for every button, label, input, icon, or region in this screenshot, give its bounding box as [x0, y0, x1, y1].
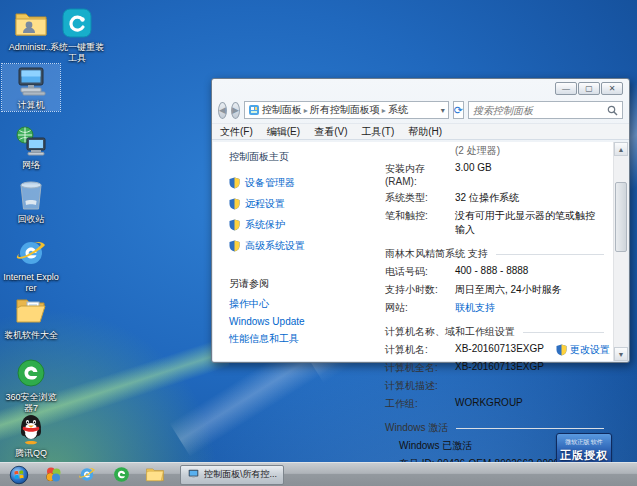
row-value: 32 位操作系统	[455, 191, 519, 205]
desktop-icon-software-folder[interactable]: 装机软件大全	[2, 294, 60, 341]
breadcrumb[interactable]: 控制面板 ▸ 所有控制面板项 ▸ 系统 ▾	[244, 101, 449, 119]
task-button-label: 控制面板\所有控...	[204, 468, 277, 481]
close-button[interactable]: ✕	[601, 82, 623, 95]
sidebar-item-remote-settings[interactable]: 远程设置	[229, 197, 359, 211]
taskbar-active-window-button[interactable]: 控制面板\所有控...	[180, 465, 284, 485]
activation-status: Windows 已激活	[399, 439, 472, 453]
vertical-scrollbar[interactable]: ▲ ▼	[613, 142, 628, 361]
taskbar-internet-explorer-button[interactable]	[72, 464, 102, 486]
sidebar-item-system-protection[interactable]: 系统保护	[229, 218, 359, 232]
row-label: 安装内存(RAM):	[385, 162, 455, 187]
uac-shield-icon	[229, 219, 240, 231]
scroll-up-icon[interactable]: ▲	[614, 142, 628, 156]
row-label: 计算机描述:	[385, 379, 455, 393]
uac-shield-icon	[556, 344, 567, 356]
row-label: 网站:	[385, 301, 455, 315]
info-row-pen-touch: 笔和触控: 没有可用于此显示器的笔或触控输入	[385, 209, 604, 237]
row-label: 系统类型:	[385, 191, 455, 205]
menu-bar: 文件(F) 编辑(E) 查看(V) 工具(T) 帮助(H)	[212, 123, 629, 140]
menu-edit[interactable]: 编辑(E)	[267, 125, 300, 139]
desktop-icon-label: 计算机	[2, 100, 60, 111]
uac-shield-icon	[229, 177, 240, 189]
desktop-icon-recycle-bin[interactable]: 回收站	[2, 178, 60, 225]
sidebar-item-action-center[interactable]: 操作中心	[229, 297, 305, 311]
qq-penguin-icon	[2, 412, 60, 446]
sidebar-item-performance-tools[interactable]: 性能信息和工具	[229, 332, 305, 346]
taskbar-explorer-button[interactable]	[140, 464, 170, 486]
badge-middle-text: 正版授权	[557, 448, 611, 463]
window-content: 控制面板主页 设备管理器 远程设置 系统保护 高级系统设置	[213, 142, 628, 361]
taskbar-pinwheel-app-button[interactable]	[38, 464, 68, 486]
sidebar-control-panel-home[interactable]: 控制面板主页	[229, 150, 359, 164]
row-label: 支持小时数:	[385, 283, 455, 297]
sidebar-item-device-manager[interactable]: 设备管理器	[229, 176, 359, 190]
maximize-button[interactable]: ▢	[578, 82, 600, 95]
desktop-icon-label: 网络	[2, 160, 60, 171]
row-value: XB-20160713EXGP	[455, 361, 544, 375]
pinwheel-app-icon	[45, 466, 62, 483]
desktop-icon-label: 装机软件大全	[2, 330, 60, 341]
breadcrumb-arrow-icon: ▸	[304, 106, 308, 115]
sidebar-item-label: 系统保护	[245, 218, 285, 232]
menu-view[interactable]: 查看(V)	[314, 125, 347, 139]
info-row-system-type: 系统类型: 32 位操作系统	[385, 191, 604, 205]
minimize-icon: —	[562, 85, 570, 93]
breadcrumb-segment[interactable]: 系统	[388, 103, 408, 117]
row-value: 周日至周六, 24小时服务	[455, 283, 562, 297]
badge-top-text: 微软正版 软件	[557, 438, 611, 447]
row-value: 3.00 GB	[455, 162, 492, 187]
uac-shield-icon	[229, 198, 240, 210]
change-settings-label: 更改设置	[570, 343, 610, 357]
sidebar-item-windows-update[interactable]: Windows Update	[229, 316, 305, 327]
uac-shield-icon	[229, 240, 240, 252]
taskbar-360-browser-button[interactable]	[106, 464, 136, 486]
info-row-ram: 安装内存(RAM): 3.00 GB	[385, 162, 604, 187]
breadcrumb-arrow-icon: ▸	[382, 106, 386, 115]
desktop-icon-label: 系统一键重装工具	[48, 42, 106, 64]
menu-tools[interactable]: 工具(T)	[361, 125, 394, 139]
row-label: 计算机全名:	[385, 361, 455, 375]
taskbar: 控制面板\所有控...	[0, 462, 637, 486]
breadcrumb-segment[interactable]: 所有控制面板项	[310, 103, 380, 117]
search-input[interactable]	[473, 105, 607, 116]
change-settings-link[interactable]: 更改设置	[556, 343, 610, 357]
navigation-bar: ◀ ▶ 控制面板 ▸ 所有控制面板项 ▸ 系统 ▾ ⟳	[212, 97, 629, 123]
menu-help[interactable]: 帮助(H)	[408, 125, 442, 139]
search-box[interactable]	[468, 101, 623, 119]
back-button[interactable]: ◀	[218, 102, 227, 119]
reinstall-tool-icon	[48, 6, 106, 40]
online-support-link[interactable]: 联机支持	[455, 301, 495, 315]
maximize-icon: ▢	[585, 85, 593, 93]
see-also-section: 另请参阅 操作中心 Windows Update 性能信息和工具	[229, 277, 305, 351]
window-titlebar[interactable]: — ▢ ✕	[212, 79, 629, 97]
network-icon	[2, 124, 60, 158]
breadcrumb-segment[interactable]: 控制面板	[262, 103, 302, 117]
desktop-icon-network[interactable]: 网络	[2, 124, 60, 171]
sidebar-item-label: 远程设置	[245, 197, 285, 211]
desktop-icon-360-browser[interactable]: 360安全浏览器7	[2, 356, 60, 414]
scrollbar-thumb[interactable]	[615, 182, 627, 252]
refresh-button[interactable]: ⟳	[453, 101, 464, 119]
start-button[interactable]	[4, 464, 34, 486]
desktop-icon-label: 360安全浏览器7	[2, 392, 60, 414]
desktop-icon-internet-explorer[interactable]: Internet Explorer	[2, 236, 60, 294]
control-panel-icon	[248, 104, 260, 116]
scroll-down-icon[interactable]: ▼	[614, 347, 628, 361]
desktop-icon-qq[interactable]: 腾讯QQ	[2, 412, 60, 459]
computer-icon	[2, 64, 60, 98]
support-row-hours: 支持小时数: 周日至周六, 24小时服务	[385, 283, 604, 297]
desktop-icon-reinstall-tool[interactable]: 系统一键重装工具	[48, 6, 106, 64]
desktop: Administr... 系统一键重装工具 计算机 网络 回收站 Interne…	[0, 0, 637, 486]
support-section-header: 雨林木风精简系统 支持	[385, 247, 604, 261]
minimize-button[interactable]: —	[555, 82, 577, 95]
computer-icon	[187, 469, 200, 481]
sidebar-item-advanced-system-settings[interactable]: 高级系统设置	[229, 239, 359, 253]
menu-file[interactable]: 文件(F)	[220, 125, 253, 139]
system-properties-window: — ▢ ✕ ◀ ▶ 控制面板 ▸ 所有控制面板项 ▸ 系统 ▾ ⟳	[211, 78, 630, 363]
forward-button[interactable]: ▶	[231, 102, 240, 119]
desktop-icon-label: 回收站	[2, 214, 60, 225]
desktop-icon-computer[interactable]: 计算机	[2, 64, 60, 111]
recycle-bin-icon	[2, 178, 60, 212]
breadcrumb-dropdown-icon[interactable]: ▾	[441, 106, 445, 115]
row-value: WORKGROUP	[455, 397, 523, 411]
